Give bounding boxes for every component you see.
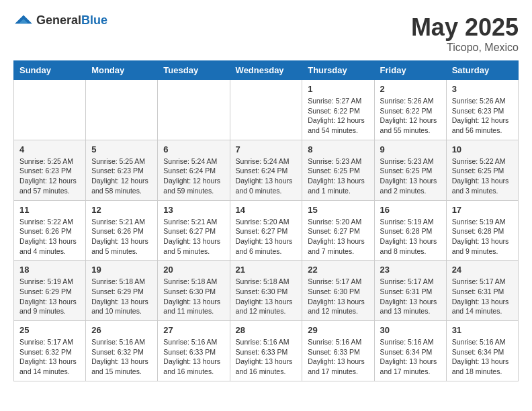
- week-row-3: 11Sunrise: 5:22 AM Sunset: 6:26 PM Dayli…: [14, 200, 519, 261]
- day-info: Sunrise: 5:25 AM Sunset: 6:23 PM Dayligh…: [19, 156, 80, 196]
- day-number: 7: [236, 144, 297, 154]
- day-number: 29: [308, 325, 368, 335]
- week-row-5: 25Sunrise: 5:17 AM Sunset: 6:32 PM Dayli…: [14, 321, 519, 381]
- day-number: 9: [380, 144, 441, 154]
- day-info: Sunrise: 5:23 AM Sunset: 6:25 PM Dayligh…: [308, 156, 368, 196]
- day-number: 15: [308, 205, 368, 215]
- day-cell: 10Sunrise: 5:22 AM Sunset: 6:25 PM Dayli…: [446, 140, 518, 200]
- day-number: 21: [236, 265, 297, 275]
- day-number: 25: [19, 325, 80, 335]
- day-cell: 5Sunrise: 5:25 AM Sunset: 6:23 PM Daylig…: [86, 140, 158, 200]
- day-number: 13: [163, 205, 224, 215]
- day-number: 22: [308, 265, 368, 275]
- day-number: 19: [91, 265, 152, 275]
- day-cell: 12Sunrise: 5:21 AM Sunset: 6:26 PM Dayli…: [86, 200, 158, 261]
- day-number: 27: [163, 325, 224, 335]
- day-info: Sunrise: 5:20 AM Sunset: 6:27 PM Dayligh…: [308, 217, 368, 257]
- day-info: Sunrise: 5:26 AM Sunset: 6:22 PM Dayligh…: [380, 96, 441, 136]
- day-cell: 1Sunrise: 5:27 AM Sunset: 6:22 PM Daylig…: [302, 80, 374, 140]
- day-info: Sunrise: 5:19 AM Sunset: 6:28 PM Dayligh…: [380, 217, 441, 257]
- day-cell: 29Sunrise: 5:16 AM Sunset: 6:33 PM Dayli…: [302, 321, 374, 381]
- weekday-header-sunday: Sunday: [14, 61, 86, 80]
- day-number: 31: [452, 325, 513, 335]
- day-cell: 28Sunrise: 5:16 AM Sunset: 6:33 PM Dayli…: [230, 321, 302, 381]
- day-number: 24: [452, 265, 513, 275]
- weekday-header-thursday: Thursday: [302, 61, 374, 80]
- location-title: Ticopo, Mexico: [411, 42, 519, 54]
- day-cell: 26Sunrise: 5:16 AM Sunset: 6:32 PM Dayli…: [86, 321, 158, 381]
- day-number: 16: [380, 205, 441, 215]
- day-info: Sunrise: 5:24 AM Sunset: 6:24 PM Dayligh…: [163, 156, 224, 196]
- week-row-1: 1Sunrise: 5:27 AM Sunset: 6:22 PM Daylig…: [14, 80, 519, 140]
- day-cell: 22Sunrise: 5:17 AM Sunset: 6:30 PM Dayli…: [302, 261, 374, 321]
- day-cell: 31Sunrise: 5:16 AM Sunset: 6:34 PM Dayli…: [446, 321, 518, 381]
- day-info: Sunrise: 5:18 AM Sunset: 6:30 PM Dayligh…: [163, 277, 224, 316]
- day-cell: 9Sunrise: 5:23 AM Sunset: 6:25 PM Daylig…: [374, 140, 446, 200]
- weekday-header-saturday: Saturday: [446, 61, 518, 80]
- day-cell: 8Sunrise: 5:23 AM Sunset: 6:25 PM Daylig…: [302, 140, 374, 200]
- day-cell: 6Sunrise: 5:24 AM Sunset: 6:24 PM Daylig…: [158, 140, 230, 200]
- day-info: Sunrise: 5:19 AM Sunset: 6:28 PM Dayligh…: [452, 217, 513, 257]
- day-info: Sunrise: 5:21 AM Sunset: 6:27 PM Dayligh…: [163, 217, 224, 257]
- day-number: 8: [308, 144, 368, 154]
- day-info: Sunrise: 5:24 AM Sunset: 6:24 PM Dayligh…: [236, 156, 297, 196]
- day-cell: 4Sunrise: 5:25 AM Sunset: 6:23 PM Daylig…: [14, 140, 86, 200]
- calendar-table: SundayMondayTuesdayWednesdayThursdayFrid…: [13, 60, 519, 381]
- day-cell: 2Sunrise: 5:26 AM Sunset: 6:22 PM Daylig…: [374, 80, 446, 140]
- day-info: Sunrise: 5:17 AM Sunset: 6:31 PM Dayligh…: [452, 277, 513, 316]
- weekday-header-tuesday: Tuesday: [158, 61, 230, 80]
- month-title: May 2025: [411, 13, 519, 42]
- day-cell: 25Sunrise: 5:17 AM Sunset: 6:32 PM Dayli…: [14, 321, 86, 381]
- day-number: 4: [19, 144, 80, 154]
- day-number: 5: [91, 144, 152, 154]
- logo-general: General: [36, 13, 81, 27]
- day-cell: [158, 80, 230, 140]
- day-number: 11: [19, 205, 80, 215]
- day-cell: 11Sunrise: 5:22 AM Sunset: 6:26 PM Dayli…: [14, 200, 86, 261]
- day-info: Sunrise: 5:26 AM Sunset: 6:23 PM Dayligh…: [452, 96, 513, 136]
- day-info: Sunrise: 5:21 AM Sunset: 6:26 PM Dayligh…: [91, 217, 152, 257]
- day-cell: 14Sunrise: 5:20 AM Sunset: 6:27 PM Dayli…: [230, 200, 302, 261]
- day-cell: 7Sunrise: 5:24 AM Sunset: 6:24 PM Daylig…: [230, 140, 302, 200]
- day-cell: [230, 80, 302, 140]
- day-info: Sunrise: 5:17 AM Sunset: 6:31 PM Dayligh…: [380, 277, 441, 316]
- day-info: Sunrise: 5:22 AM Sunset: 6:25 PM Dayligh…: [452, 156, 513, 196]
- day-number: 20: [163, 265, 224, 275]
- day-info: Sunrise: 5:16 AM Sunset: 6:32 PM Dayligh…: [91, 337, 152, 377]
- day-cell: 24Sunrise: 5:17 AM Sunset: 6:31 PM Dayli…: [446, 261, 518, 321]
- logo-blue: Blue: [81, 13, 107, 27]
- page-header: GeneralBlue May 2025 Ticopo, Mexico: [13, 13, 519, 54]
- day-number: 14: [236, 205, 297, 215]
- logo-text: GeneralBlue: [36, 13, 107, 28]
- day-info: Sunrise: 5:19 AM Sunset: 6:29 PM Dayligh…: [19, 277, 80, 316]
- day-info: Sunrise: 5:16 AM Sunset: 6:34 PM Dayligh…: [380, 337, 441, 377]
- day-cell: 16Sunrise: 5:19 AM Sunset: 6:28 PM Dayli…: [374, 200, 446, 261]
- day-info: Sunrise: 5:18 AM Sunset: 6:29 PM Dayligh…: [91, 277, 152, 316]
- week-row-4: 18Sunrise: 5:19 AM Sunset: 6:29 PM Dayli…: [14, 261, 519, 321]
- day-number: 10: [452, 144, 513, 154]
- day-info: Sunrise: 5:16 AM Sunset: 6:34 PM Dayligh…: [452, 337, 513, 377]
- day-number: 1: [308, 84, 368, 94]
- day-number: 6: [163, 144, 224, 154]
- day-info: Sunrise: 5:23 AM Sunset: 6:25 PM Dayligh…: [380, 156, 441, 196]
- day-info: Sunrise: 5:20 AM Sunset: 6:27 PM Dayligh…: [236, 217, 297, 257]
- logo-icon: [13, 14, 34, 28]
- day-info: Sunrise: 5:25 AM Sunset: 6:23 PM Dayligh…: [91, 156, 152, 196]
- day-cell: 30Sunrise: 5:16 AM Sunset: 6:34 PM Dayli…: [374, 321, 446, 381]
- day-info: Sunrise: 5:17 AM Sunset: 6:32 PM Dayligh…: [19, 337, 80, 377]
- day-cell: 19Sunrise: 5:18 AM Sunset: 6:29 PM Dayli…: [86, 261, 158, 321]
- day-number: 3: [452, 84, 513, 94]
- week-row-2: 4Sunrise: 5:25 AM Sunset: 6:23 PM Daylig…: [14, 140, 519, 200]
- weekday-header-friday: Friday: [374, 61, 446, 80]
- day-cell: 27Sunrise: 5:16 AM Sunset: 6:33 PM Dayli…: [158, 321, 230, 381]
- day-cell: [86, 80, 158, 140]
- day-cell: 13Sunrise: 5:21 AM Sunset: 6:27 PM Dayli…: [158, 200, 230, 261]
- day-cell: 17Sunrise: 5:19 AM Sunset: 6:28 PM Dayli…: [446, 200, 518, 261]
- day-cell: 21Sunrise: 5:18 AM Sunset: 6:30 PM Dayli…: [230, 261, 302, 321]
- title-block: May 2025 Ticopo, Mexico: [411, 13, 519, 54]
- day-cell: 3Sunrise: 5:26 AM Sunset: 6:23 PM Daylig…: [446, 80, 518, 140]
- weekday-header-row: SundayMondayTuesdayWednesdayThursdayFrid…: [14, 61, 519, 80]
- day-number: 23: [380, 265, 441, 275]
- weekday-header-monday: Monday: [86, 61, 158, 80]
- day-info: Sunrise: 5:16 AM Sunset: 6:33 PM Dayligh…: [308, 337, 368, 377]
